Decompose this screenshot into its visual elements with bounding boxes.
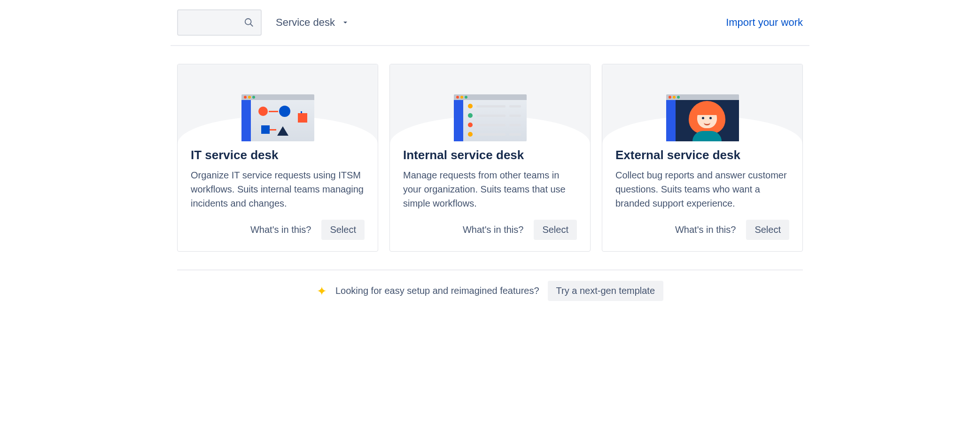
template-title: External service desk [615, 148, 789, 162]
select-button[interactable]: Select [534, 220, 577, 240]
category-filter-label: Service desk [276, 16, 335, 29]
template-description: Collect bug reports and answer customer … [615, 168, 789, 210]
template-card-internal-service-desk: Internal service desk Manage requests fr… [389, 64, 591, 252]
template-title: Internal service desk [403, 148, 577, 162]
chevron-down-icon [342, 19, 349, 26]
search-icon [244, 17, 254, 28]
template-card-external-service-desk: External service desk Collect bug report… [602, 64, 803, 252]
sparkle-icon: ✦ [317, 285, 327, 297]
template-description: Manage requests from other teams in your… [403, 168, 577, 210]
next-gen-prompt-text: Looking for easy setup and reimagined fe… [335, 285, 539, 296]
whats-in-this-link[interactable]: What's in this? [675, 224, 736, 235]
template-description: Organize IT service requests using ITSM … [191, 168, 365, 210]
select-button[interactable]: Select [746, 220, 789, 240]
template-cards: IT service desk Organize IT service requ… [171, 46, 809, 269]
template-title: IT service desk [191, 148, 365, 162]
template-illustration [602, 64, 802, 144]
import-your-work-link[interactable]: Import your work [726, 16, 803, 29]
select-button[interactable]: Select [321, 220, 365, 240]
template-illustration [390, 64, 590, 144]
svg-line-1 [250, 24, 253, 27]
svg-point-0 [245, 19, 251, 25]
whats-in-this-link[interactable]: What's in this? [463, 224, 523, 235]
search-input[interactable] [177, 9, 262, 36]
category-filter-dropdown[interactable]: Service desk [273, 14, 352, 31]
template-card-it-service-desk: IT service desk Organize IT service requ… [177, 64, 378, 252]
template-illustration [178, 64, 378, 144]
whats-in-this-link[interactable]: What's in this? [250, 224, 311, 235]
next-gen-footer: ✦ Looking for easy setup and reimagined … [177, 269, 803, 320]
try-next-gen-button[interactable]: Try a next-gen template [548, 281, 663, 301]
topbar: Service desk Import your work [171, 0, 809, 46]
